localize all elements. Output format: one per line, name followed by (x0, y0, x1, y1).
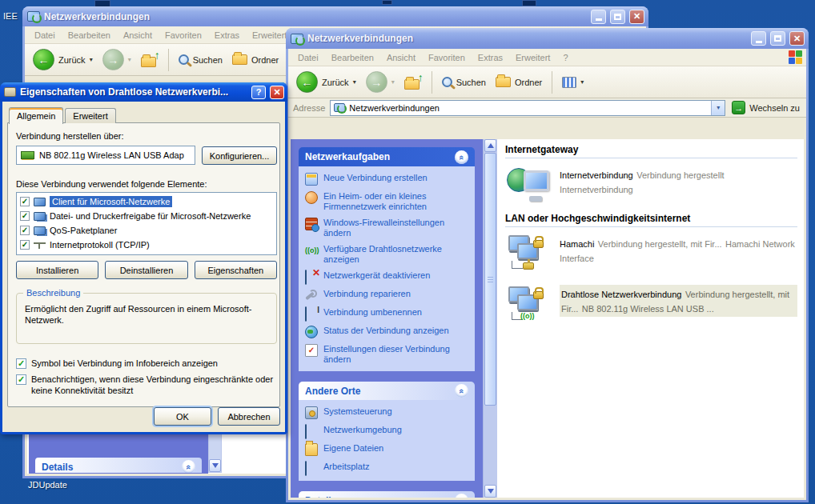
list-item-qos[interactable]: ✓ QoS-Paketplaner (17, 223, 276, 238)
connection-item-hamachi[interactable]: Hamachi Verbindung hergestellt, mit Fir.… (505, 230, 797, 282)
collapse-button[interactable]: « (455, 494, 468, 498)
maximize-button[interactable] (770, 31, 785, 46)
connection-item-internet[interactable]: Internetverbindung Verbindung hergestell… (505, 162, 797, 211)
menu-favoriten[interactable]: Favoriten (159, 28, 208, 42)
list-item-file-printer-sharing[interactable]: ✓ Datei- und Druckerfreigabe für Microso… (17, 209, 276, 223)
checkbox-checked[interactable]: ✓ (20, 240, 30, 250)
search-button[interactable]: Suchen (439, 75, 489, 89)
address-dropdown-button[interactable]: ▾ (711, 101, 725, 115)
desktop-icon-label[interactable]: IEE (3, 11, 18, 21)
menu-favoriten[interactable]: Favoriten (422, 50, 472, 65)
title-bar[interactable]: Netzwerkverbindungen ✕ (22, 6, 648, 26)
search-button[interactable]: Suchen (175, 53, 226, 66)
scroll-down-button[interactable] (209, 459, 221, 472)
menu-bearbeiten[interactable]: Bearbeiten (325, 50, 380, 65)
tab-erweitert[interactable]: Erweitert (65, 108, 115, 123)
task-firewall-settings[interactable]: Windows-Firewalleinstellungen ändern (305, 218, 470, 238)
views-button[interactable]: ▾ (559, 75, 587, 90)
desktop-icon-label[interactable]: JDUpdate (28, 480, 67, 490)
menu-extras[interactable]: Extras (208, 28, 246, 42)
up-button[interactable]: ↑ (138, 51, 162, 69)
help-button[interactable]: ? (251, 86, 266, 99)
connection-text-selected: Drahtlose Netzwerkverbindung Verbindung … (560, 285, 797, 317)
collapse-button[interactable]: « (182, 460, 195, 473)
menu-ansicht[interactable]: Ansicht (117, 28, 159, 42)
dialog-title-bar[interactable]: Eigenschaften von Drahtlose Netzwerkverb… (0, 82, 287, 102)
place-control-panel[interactable]: Systemsteuerung (305, 406, 470, 419)
task-rename-connection[interactable]: I Verbindung umbenennen (305, 307, 470, 320)
checkbox-checked[interactable]: ✓ (20, 211, 30, 221)
details-header[interactable]: Details « (299, 491, 475, 498)
address-combo[interactable]: Netzwerkverbindungen ▾ (330, 100, 725, 116)
adapter-field[interactable]: NB 802.11g Wireless LAN USB Adap (16, 146, 195, 165)
back-button[interactable]: ← Zurück ▾ (30, 47, 96, 72)
back-icon: ← (33, 49, 54, 70)
go-button[interactable]: → Wechseln zu (730, 101, 801, 114)
menu-bearbeiten[interactable]: Bearbeiten (62, 28, 117, 42)
forward-button[interactable]: → ▾ (363, 70, 398, 94)
place-my-computer[interactable]: Arbeitsplatz (305, 462, 470, 474)
scrollbar-thumb[interactable] (484, 153, 496, 406)
dialog-icon (4, 87, 16, 97)
scrollbar-vertical[interactable] (483, 139, 497, 498)
task-repair-connection[interactable]: Verbindung reparieren (305, 289, 470, 302)
minimize-button[interactable] (591, 10, 606, 24)
disable-device-icon: ✕ (305, 270, 318, 283)
checkbox-checked[interactable]: ✓ (20, 197, 30, 206)
tab-allgemein[interactable]: Allgemein (9, 107, 63, 124)
details-header[interactable]: Details « (35, 458, 202, 473)
title-bar[interactable]: Netzwerkverbindungen ✕ (286, 28, 809, 49)
list-item-client[interactable]: ✓ Client für Microsoft-Netzwerke (17, 194, 276, 209)
task-view-wireless-networks[interactable]: ((o)) Verfügbare Drahtlosnetzwerke anzei… (305, 244, 470, 265)
cancel-button[interactable]: Abbrechen (218, 407, 280, 426)
scroll-down-button[interactable] (484, 485, 496, 498)
window-body: Datei Bearbeiten Ansicht Favoriten Extra… (288, 49, 806, 500)
collapse-button[interactable]: « (455, 150, 468, 164)
arrow-down-icon (488, 489, 494, 494)
ok-button[interactable]: OK (154, 407, 211, 426)
other-places-header[interactable]: Andere Orte « (299, 382, 475, 400)
menu-ansicht[interactable]: Ansicht (380, 50, 422, 65)
place-network-places[interactable]: Netzwerkumgebung (305, 425, 470, 438)
forward-button[interactable]: → ▾ (99, 47, 134, 72)
menu-datei[interactable]: Datei (291, 50, 325, 65)
maximize-button[interactable] (610, 10, 625, 24)
checkbox-checked[interactable]: ✓ (20, 226, 30, 235)
task-new-connection[interactable]: Neue Verbindung erstellen (305, 173, 470, 186)
close-button[interactable]: ✕ (629, 10, 644, 24)
network-tasks-header[interactable]: Netzwerkaufgaben « (299, 147, 475, 166)
address-bar: Adresse Netzwerkverbindungen ▾ → Wechsel… (288, 98, 806, 118)
task-change-settings[interactable]: ✓ Einstellungen dieser Verbindung ändern (305, 344, 470, 365)
folders-button[interactable]: Ordner (229, 53, 282, 66)
menu-extras[interactable]: Extras (472, 50, 509, 65)
folders-button[interactable]: Ordner (492, 75, 545, 89)
menu-erweitert[interactable]: Erweitert (509, 50, 556, 65)
list-item-tcpip[interactable]: ✓ Internetprotokoll (TCP/IP) (17, 238, 276, 252)
task-home-network[interactable]: Ein Heim- oder ein kleines Firmennetzwer… (305, 191, 470, 212)
scroll-up-button[interactable] (484, 139, 496, 152)
monitor-icon (305, 424, 307, 439)
place-my-documents[interactable]: Eigene Dateien (305, 443, 470, 456)
checkbox-checked-green[interactable]: ✓ (16, 358, 26, 369)
menu-help[interactable]: ? (556, 50, 574, 65)
up-button[interactable]: ↑ (401, 74, 425, 91)
minimize-button[interactable] (751, 31, 766, 46)
configure-button[interactable]: Konfigurieren... (202, 146, 277, 165)
menu-datei[interactable]: Datei (28, 28, 62, 42)
task-label: Windows-Firewalleinstellungen ändern (323, 218, 470, 238)
checkbox-checked-green[interactable]: ✓ (16, 374, 26, 385)
back-button[interactable]: ← Zurück ▾ (293, 70, 359, 94)
connection-item-wireless[interactable]: ((o)) Drahtlose Netzwerkverbindung Verbi… (505, 282, 797, 333)
collapse-button[interactable]: « (455, 384, 468, 398)
install-button[interactable]: Installieren (16, 261, 98, 279)
task-view-status[interactable]: Status der Verbindung anzeigen (305, 326, 470, 338)
task-disable-device[interactable]: ✕ Netzwerkgerät deaktivieren (305, 270, 470, 283)
close-button[interactable]: ✕ (789, 31, 805, 46)
maximize-icon (774, 35, 781, 42)
properties-button[interactable]: Eigenschaften (195, 261, 277, 279)
components-list[interactable]: ✓ Client für Microsoft-Netzwerke ✓ Datei… (16, 192, 277, 255)
checkbox-row-notify[interactable]: ✓ Benachrichtigen, wenn diese Verbindung… (16, 374, 283, 396)
uninstall-button[interactable]: Deinstallieren (105, 261, 187, 279)
checkbox-row-show-icon[interactable]: ✓ Symbol bei Verbindung im Infobereich a… (16, 358, 280, 369)
close-button[interactable]: ✕ (270, 86, 284, 99)
